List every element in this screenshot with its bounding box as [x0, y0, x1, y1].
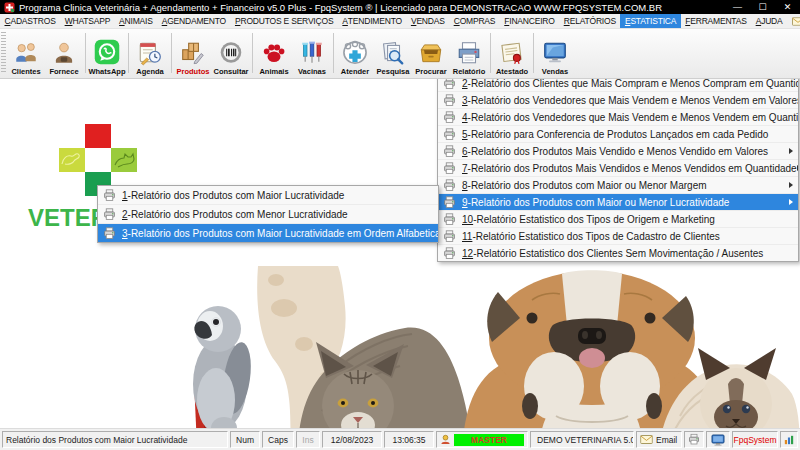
misc-icon-panel[interactable] — [780, 431, 798, 448]
certificate-icon — [498, 40, 526, 66]
toolbar-animais-button[interactable]: Animais — [255, 28, 293, 78]
submenu-arrow-icon — [789, 148, 793, 154]
menu-relatorios[interactable]: RELATÓRIOS — [559, 14, 620, 28]
toolbar-vendas-button[interactable]: Vendas — [536, 28, 574, 78]
maximize-button[interactable]: ☐ — [750, 0, 775, 14]
logo-red-square — [85, 124, 111, 148]
logo-cat-square — [111, 148, 137, 172]
minimize-button[interactable]: — — [725, 0, 750, 14]
network-panel[interactable] — [706, 431, 730, 448]
menu-cadastros[interactable]: CADASTROS — [0, 14, 60, 28]
submenu-item-menor-lucratividade[interactable]: 2-Relatório dos Produtos com Menor Lucra… — [98, 205, 438, 224]
menu-item-estatistico-origem-marketing[interactable]: 10-Relatório Estatistico dos Tipos de Or… — [438, 211, 798, 228]
brand-link[interactable]: FpqSystem — [734, 435, 777, 445]
toolbar-separator — [533, 33, 534, 73]
menu-atendimento[interactable]: ATENDIMENTO — [338, 14, 407, 28]
toolbar-agenda-button[interactable]: Agenda — [131, 28, 169, 78]
paw-cross-icon — [341, 38, 369, 66]
toolbar-produtos-button[interactable]: Produtos — [174, 28, 212, 78]
printer-icon — [103, 189, 116, 202]
product-boxes-icon — [179, 40, 207, 66]
open-drawer-icon — [417, 40, 445, 66]
menu-produtos-servicos[interactable]: PRODUTOS E SERVIÇOS — [230, 14, 337, 28]
menu-ferramentas[interactable]: FERRAMENTAS — [681, 14, 751, 28]
menu-item-relatorio-vendedores-quantidade[interactable]: 4-Relatório dos Vendedores que Mais Vend… — [438, 109, 798, 126]
syringes-icon — [298, 40, 326, 66]
menu-estatistica[interactable]: ESTATISTICA — [620, 14, 680, 28]
num-lock-indicator: Num — [230, 431, 260, 448]
client-area: VETERINÁRIA — [0, 28, 800, 428]
submenu-item-maior-lucratividade[interactable]: 1-Relatório dos Produtos com Maior Lucra… — [98, 186, 438, 205]
toolbar-separator — [490, 33, 491, 73]
chart-icon — [784, 434, 794, 446]
user-icon — [440, 434, 451, 445]
toolbar-separator — [128, 33, 129, 73]
calendar-clock-icon — [136, 40, 164, 66]
toolbar-fornece-button[interactable]: Fornece — [45, 28, 83, 78]
printer-icon — [443, 179, 456, 192]
brand-panel[interactable]: FpqSystem — [732, 431, 778, 448]
printer-icon — [103, 208, 116, 221]
printer-icon — [688, 433, 700, 446]
menu-item-estatistico-cadastro-clientes[interactable]: 11-Relatório Estatistico dos Tipos de Ca… — [438, 228, 798, 245]
logo-dog-square — [59, 148, 85, 172]
dog-outline-icon — [59, 148, 85, 172]
lucratividade-submenu: 1-Relatório dos Produtos com Maior Lucra… — [97, 185, 439, 243]
printer-icon — [443, 230, 456, 243]
date-panel: 12/08/2023 — [322, 431, 382, 448]
menu-agendamento[interactable]: AGENDAMENTO — [157, 14, 230, 28]
email-panel[interactable]: Email — [636, 431, 682, 448]
submenu-arrow-icon — [789, 199, 793, 205]
toolbar-grip — [1, 32, 6, 74]
logged-user-badge: MASTER — [454, 434, 524, 446]
window-title: Programa Clinica Veterinária + Agendamen… — [19, 2, 725, 13]
report-printer-icon — [455, 40, 483, 66]
submenu-arrow-icon — [789, 182, 793, 188]
submenu-item-maior-lucratividade-alfabetica[interactable]: 3-Relatório dos Produtos com Maior Lucra… — [98, 224, 438, 242]
clients-icon — [12, 40, 40, 66]
menu-item-produtos-vendidos-quantidade[interactable]: 7-Relatório dos Produtos Mais Vendidos e… — [438, 160, 798, 177]
toolbar-consultar-button[interactable]: Consultar — [212, 28, 250, 78]
app-logo-icon — [4, 2, 15, 13]
printer-icon — [443, 162, 456, 175]
toolbar-clientes-button[interactable]: Clientes — [7, 28, 45, 78]
cat-outline-icon — [111, 148, 137, 172]
menu-item-clientes-sem-movimentacao[interactable]: 12-Relatório Estatistico dos Clientes Se… — [438, 245, 798, 261]
toolbar-separator — [171, 33, 172, 73]
menu-item-relatorio-vendedores-valores[interactable]: 3-Relatório dos Vendedores que Mais Vend… — [438, 92, 798, 109]
menu-email[interactable]: E-MAIL — [787, 14, 800, 28]
menu-vendas[interactable]: VENDAS — [406, 14, 449, 28]
printer-icon — [443, 213, 456, 226]
toolbar-vacinas-button[interactable]: Vacinas — [293, 28, 331, 78]
animals-photo — [180, 266, 800, 450]
toolbar-separator — [252, 33, 253, 73]
menu-financeiro[interactable]: FINANCEIRO — [500, 14, 559, 28]
toolbar-procurar-button[interactable]: Procurar — [412, 28, 450, 78]
menu-item-produtos-vendido-valores[interactable]: 6-Relatório dos Produtos Mais Vendido e … — [438, 143, 798, 160]
toolbar-atender-button[interactable]: Atender — [336, 28, 374, 78]
printer-icon — [443, 196, 456, 209]
estatistica-dropdown-menu: 1-Relatório dos Clientes que Mais Compra… — [437, 57, 799, 262]
menu-item-conferencia-pedido[interactable]: 5-Relatório para Conferencia de Produtos… — [438, 126, 798, 143]
menu-item-produtos-margem[interactable]: 8-Relatório dos Produtos com Maior ou Me… — [438, 177, 798, 194]
sales-monitor-icon — [541, 40, 569, 66]
toolbar-atestado-button[interactable]: Atestado — [493, 28, 531, 78]
menu-compras[interactable]: COMPRAS — [449, 14, 500, 28]
menu-ajuda[interactable]: AJUDA — [751, 14, 787, 28]
title-bar: Programa Clinica Veterinária + Agendamen… — [0, 0, 800, 14]
toolbar-pesquisa-button[interactable]: Pesquisa — [374, 28, 412, 78]
menu-item-produtos-lucratividade[interactable]: 9-Relatório dos Produtos com Maior ou Me… — [438, 194, 798, 211]
printer-panel[interactable] — [684, 431, 704, 448]
submenu-arrow-icon — [797, 165, 798, 171]
status-message: Relatório dos Produtos com Maior Lucrati… — [2, 431, 228, 448]
menu-whatsapp[interactable]: WHATSAPP — [60, 14, 114, 28]
close-button[interactable]: ✕ — [775, 0, 800, 14]
toolbar-relatorio-button[interactable]: Relatório — [450, 28, 488, 78]
menu-animais[interactable]: ANIMAIS — [115, 14, 158, 28]
toolbar-whatsapp-button[interactable]: WhatsApp — [88, 28, 126, 78]
toolbar-separator — [85, 33, 86, 73]
email-icon — [640, 435, 653, 444]
logged-user-panel: MASTER — [436, 431, 528, 448]
caps-lock-indicator: Caps — [262, 431, 294, 448]
barcode-icon — [217, 40, 245, 66]
